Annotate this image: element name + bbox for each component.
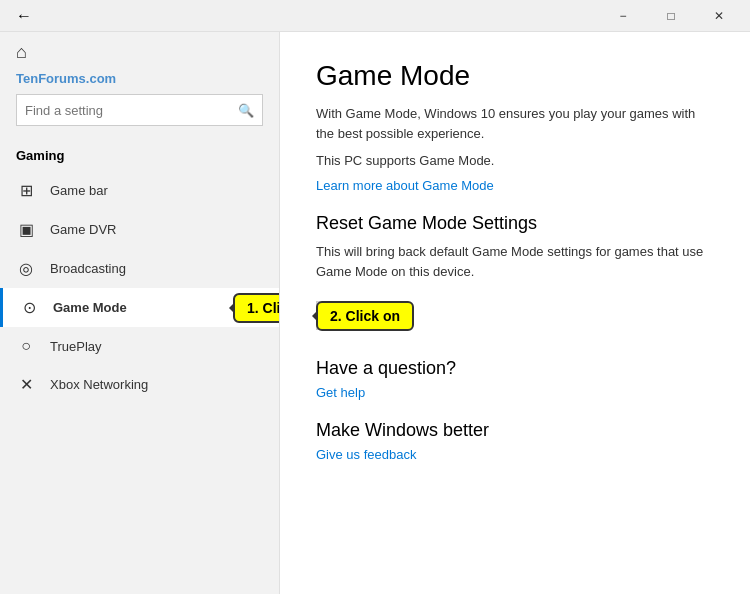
support-text: This PC supports Game Mode. — [316, 153, 714, 168]
sidebar-item-trueplay[interactable]: ○ TruePlay — [0, 327, 279, 365]
sidebar: ⌂ TenForums.com 🔍 Gaming ⊞ Game bar ▣ Ga… — [0, 32, 280, 594]
watermark: TenForums.com — [16, 71, 263, 86]
sidebar-item-game-dvr[interactable]: ▣ Game DVR — [0, 210, 279, 249]
back-icon: ← — [16, 7, 32, 25]
sidebar-item-game-mode[interactable]: ⊙ Game Mode 1. Click on — [0, 288, 279, 327]
sidebar-item-xbox-networking[interactable]: ✕ Xbox Networking — [0, 365, 279, 404]
search-box[interactable]: 🔍 — [16, 94, 263, 126]
sidebar-item-broadcasting[interactable]: ◎ Broadcasting — [0, 249, 279, 288]
sidebar-item-label-game-bar: Game bar — [50, 183, 108, 198]
sidebar-item-label-xbox-networking: Xbox Networking — [50, 377, 148, 392]
reset-section-desc: This will bring back default Game Mode s… — [316, 242, 714, 281]
game-dvr-icon: ▣ — [16, 220, 36, 239]
broadcasting-icon: ◎ — [16, 259, 36, 278]
main-content: Game Mode With Game Mode, Windows 10 ens… — [280, 32, 750, 594]
home-icon[interactable]: ⌂ — [16, 42, 263, 63]
reset-section-title: Reset Game Mode Settings — [316, 213, 714, 234]
sidebar-item-game-bar[interactable]: ⊞ Game bar — [0, 171, 279, 210]
search-input[interactable] — [25, 103, 238, 118]
game-bar-icon: ⊞ — [16, 181, 36, 200]
sidebar-section-title: Gaming — [0, 144, 279, 171]
maximize-button[interactable]: □ — [648, 0, 694, 32]
back-button[interactable]: ← — [8, 7, 40, 25]
main-window: ⌂ TenForums.com 🔍 Gaming ⊞ Game bar ▣ Ga… — [0, 32, 750, 594]
sidebar-item-label-broadcasting: Broadcasting — [50, 261, 126, 276]
make-windows-better-title: Make Windows better — [316, 420, 714, 441]
question-title: Have a question? — [316, 358, 714, 379]
feedback-link[interactable]: Give us feedback — [316, 447, 714, 462]
sidebar-item-label-game-dvr: Game DVR — [50, 222, 116, 237]
close-button[interactable]: ✕ — [696, 0, 742, 32]
window-controls: − □ ✕ — [600, 0, 742, 32]
learn-more-link[interactable]: Learn more about Game Mode — [316, 178, 714, 193]
page-title: Game Mode — [316, 60, 714, 92]
get-help-link[interactable]: Get help — [316, 385, 714, 400]
reset-row: Reset 2. Click on — [316, 301, 714, 330]
xbox-networking-icon: ✕ — [16, 375, 36, 394]
callout-click-on-1: 1. Click on — [233, 293, 280, 323]
minimize-button[interactable]: − — [600, 0, 646, 32]
sidebar-item-label-game-mode: Game Mode — [53, 300, 127, 315]
callout-click-on-2: 2. Click on — [316, 301, 414, 331]
sidebar-item-label-trueplay: TruePlay — [50, 339, 102, 354]
game-mode-description: With Game Mode, Windows 10 ensures you p… — [316, 104, 714, 143]
title-bar: ← − □ ✕ — [0, 0, 750, 32]
trueplay-icon: ○ — [16, 337, 36, 355]
sidebar-header: ⌂ TenForums.com 🔍 — [0, 32, 279, 144]
search-icon: 🔍 — [238, 103, 254, 118]
game-mode-icon: ⊙ — [19, 298, 39, 317]
